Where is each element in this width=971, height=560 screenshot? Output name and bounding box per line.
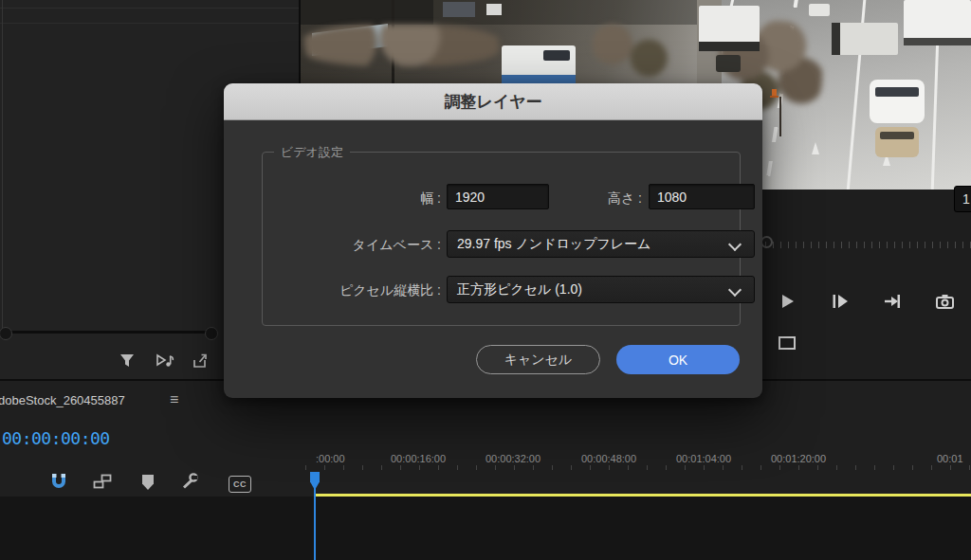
panel-edge (2, 0, 3, 328)
width-label: 幅 : (299, 190, 441, 208)
dialog-titlebar[interactable]: 調整レイヤー (224, 83, 762, 120)
captions-cc-icon[interactable]: CC (229, 474, 251, 495)
timebase-value: 29.97 fps ノンドロップフレーム (457, 236, 650, 253)
scene-truck-cab (699, 42, 760, 51)
scene-truck-cab (904, 38, 971, 45)
filter-funnel-icon[interactable] (115, 349, 139, 371)
scene-truck-window (543, 50, 570, 61)
cc-badge: CC (229, 476, 251, 493)
work-area-bar[interactable] (316, 494, 971, 497)
scene-building (443, 2, 475, 17)
panel-row-divider (0, 23, 301, 24)
video-settings-group-label: ビデオ設定 (274, 144, 350, 161)
scene-truck-cab (832, 23, 840, 55)
program-seekbar[interactable] (765, 237, 971, 248)
video-settings-group: ビデオ設定 幅 : 高さ : タイムベース : 29.97 fps ノンドロップ… (262, 152, 741, 326)
linked-selection-icon[interactable] (91, 471, 114, 492)
preview-play-icon[interactable] (152, 349, 176, 371)
timebase-select[interactable]: 29.97 fps ノンドロップフレーム (447, 230, 755, 258)
scene-road-arrow (812, 142, 819, 154)
panel-menu-icon[interactable]: ≡ (170, 391, 178, 408)
zoom-handle-left[interactable] (0, 327, 12, 340)
ok-button[interactable]: OK (616, 345, 740, 374)
add-marker-icon[interactable] (137, 472, 159, 493)
chevron-down-icon (728, 283, 742, 297)
safe-margins-button[interactable] (776, 332, 798, 354)
height-label: 高さ : (547, 190, 642, 208)
scene-truck (699, 6, 760, 51)
zoom-handle-right[interactable] (205, 327, 218, 340)
timeline-ruler[interactable]: :00:00 00:00:16:00 00:00:32:00 00:00:48:… (305, 445, 971, 471)
chevron-down-icon (728, 238, 742, 251)
adjustment-layer-dialog: 調整レイヤー ビデオ設定 幅 : 高さ : タイムベース : 29.97 fps… (224, 83, 762, 398)
scene-tree-trunk (779, 97, 781, 136)
ruler-label: 00:00:16:00 (391, 453, 446, 464)
par-value: 正方形ピクセル (1.0) (457, 281, 582, 298)
scene-trees (585, 17, 676, 85)
width-input[interactable] (447, 184, 549, 209)
premiere-app-window: 1 dobeStock_260455887 ≡ 00:00:00:00 (0, 0, 971, 560)
ruler-label: 00:00:32:00 (486, 453, 540, 464)
marker-shape (142, 475, 154, 490)
height-input[interactable] (649, 184, 755, 209)
export-icon[interactable] (187, 349, 211, 371)
par-select[interactable]: 正方形ピクセル (1.0) (447, 276, 755, 303)
timeline-tab-title[interactable]: dobeStock_260455887 (0, 393, 125, 407)
scene-windshield (875, 87, 919, 97)
scene-building (301, 0, 433, 25)
playhead-line (314, 488, 316, 560)
ruler-label: 00:00:48:00 (581, 453, 636, 464)
go-to-next-edit-button[interactable] (881, 290, 904, 313)
dialog-title: 調整レイヤー (444, 91, 541, 113)
play-in-to-out-button[interactable] (829, 290, 852, 313)
panel-row-divider (0, 8, 301, 9)
scene-car (809, 4, 830, 16)
scene-truck-stripe (502, 75, 576, 83)
play-button[interactable] (776, 290, 798, 313)
scene-truck (502, 45, 576, 83)
ruler-label: 00:01 (937, 453, 963, 464)
playhead-timecode[interactable]: 00:00:00:00 (2, 428, 110, 448)
cancel-button[interactable]: キャンセル (476, 345, 600, 374)
zoom-scrollbar[interactable] (6, 331, 212, 334)
duration-field-fragment[interactable]: 1 (954, 186, 971, 212)
snap-magnet-icon[interactable] (47, 471, 70, 492)
ruler-label: 00:01:20:00 (771, 453, 826, 464)
ruler-label: 00:01:04:00 (676, 453, 731, 464)
scene-traffic-cone-base (770, 96, 779, 98)
timeline-panel: dobeStock_260455887 ≡ 00:00:00:00 (0, 381, 971, 560)
timeline-tracks-area[interactable] (0, 497, 971, 560)
scene-minivan (870, 80, 925, 123)
scene-car-tan (875, 127, 919, 157)
scene-truck (832, 23, 898, 55)
export-frame-button[interactable] (934, 290, 957, 313)
ruler-label: :00:00 (316, 453, 345, 464)
timebase-label: タイムベース : (299, 237, 441, 254)
scene-car (716, 55, 741, 72)
scene-sign (486, 4, 502, 15)
scene-trees (301, 25, 500, 66)
scene-windshield (880, 132, 914, 139)
timeline-settings-wrench-icon[interactable] (179, 471, 202, 492)
scene-truck (904, 0, 971, 45)
par-label: ピクセル縦横比 : (299, 282, 441, 299)
